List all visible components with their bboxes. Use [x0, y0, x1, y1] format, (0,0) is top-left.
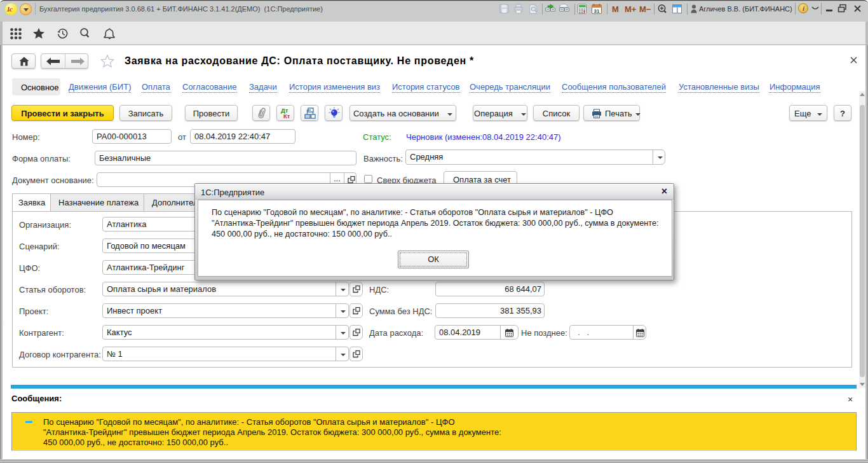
svg-text:M+: M+	[625, 4, 637, 14]
svg-text:31: 31	[594, 8, 600, 14]
svg-text:M−: M−	[639, 4, 651, 14]
svg-text:M: M	[612, 4, 619, 14]
